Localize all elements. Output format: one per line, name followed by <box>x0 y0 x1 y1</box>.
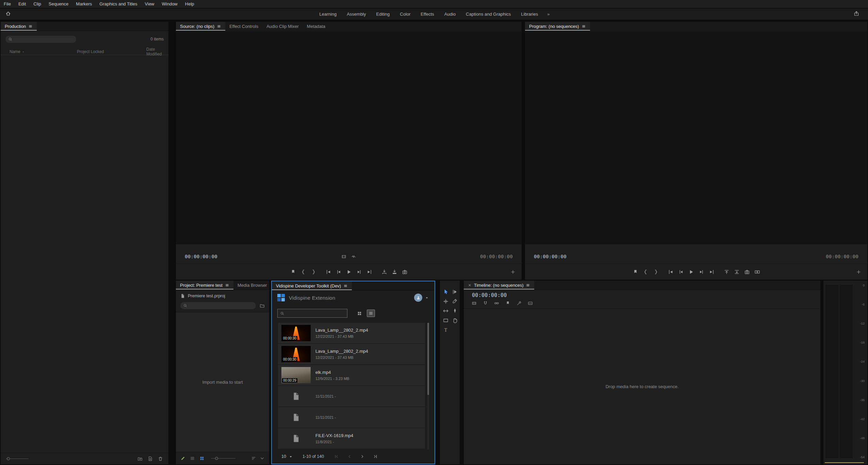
project-writable-icon[interactable] <box>180 456 185 461</box>
add-marker-icon[interactable] <box>505 301 510 306</box>
workspace-tab-color[interactable]: Color <box>395 9 415 20</box>
menu-markers[interactable]: Markers <box>72 0 96 8</box>
project-search[interactable] <box>180 302 256 309</box>
razor-tool[interactable] <box>452 298 458 304</box>
go-to-out-icon[interactable] <box>366 269 372 275</box>
menu-help[interactable]: Help <box>181 0 198 8</box>
list-item[interactable]: FILE-VX-1619.mp411/8/2021 - <box>278 428 425 449</box>
overwrite-icon[interactable] <box>392 269 397 275</box>
mark-out-icon[interactable] <box>653 269 659 275</box>
menu-view[interactable]: View <box>141 0 158 8</box>
program-current-timecode[interactable]: 00:00:00:00 <box>534 254 567 259</box>
production-search[interactable] <box>5 36 76 43</box>
new-item-button[interactable] <box>148 456 153 461</box>
next-page-button[interactable] <box>360 454 365 459</box>
linked-selection-icon[interactable] <box>494 301 499 306</box>
thumbnail-zoom-slider[interactable] <box>211 456 235 461</box>
tab-production[interactable]: Production <box>1 22 37 31</box>
icon-view-button[interactable] <box>199 456 204 461</box>
column-header-date-modified[interactable]: Date Modified <box>146 47 165 56</box>
go-to-in-icon[interactable] <box>326 269 331 275</box>
drag-video-icon[interactable] <box>341 254 346 259</box>
workspace-tab-audio[interactable]: Audio <box>440 9 460 20</box>
scrollbar[interactable] <box>427 323 429 449</box>
list-item[interactable]: 11/11/2021 - <box>278 386 425 406</box>
pen-tool[interactable] <box>452 308 458 314</box>
menu-edit[interactable]: Edit <box>15 0 30 8</box>
nest-icon[interactable] <box>472 301 477 306</box>
panel-menu-icon[interactable] <box>225 283 229 287</box>
go-to-in-icon[interactable] <box>668 269 674 275</box>
vidispine-search-input[interactable] <box>287 311 345 316</box>
new-bin-button[interactable] <box>137 456 143 461</box>
panel-menu-icon[interactable] <box>217 24 221 29</box>
workspace-tab-libraries[interactable]: Libraries <box>517 9 542 20</box>
workspace-tab-effects[interactable]: Effects <box>416 9 439 20</box>
play-icon[interactable] <box>346 269 352 275</box>
tab-program[interactable]: Program: (no sequences) <box>525 22 590 31</box>
quick-export-button[interactable] <box>854 11 859 16</box>
zoom-slider[interactable] <box>6 456 29 461</box>
step-forward-icon[interactable] <box>699 269 704 275</box>
panel-menu-icon[interactable] <box>343 284 348 288</box>
timeline-timecode[interactable]: 00:00:00:00 <box>472 292 507 298</box>
last-page-button[interactable] <box>373 454 378 459</box>
mark-in-icon[interactable] <box>643 269 649 275</box>
rectangle-tool[interactable] <box>443 317 449 323</box>
panel-menu-icon[interactable] <box>582 24 586 29</box>
sort-icons-button[interactable] <box>251 456 256 461</box>
list-item[interactable]: 11/11/2021 - <box>278 407 425 428</box>
tab-timeline[interactable]: Timeline: (no sequences) <box>464 281 534 289</box>
track-select-tool[interactable] <box>452 289 458 295</box>
source-current-timecode[interactable]: 00:00:00:00 <box>185 254 217 259</box>
add-marker-icon[interactable] <box>633 269 638 275</box>
add-marker-icon[interactable] <box>290 269 296 275</box>
menu-clip[interactable]: Clip <box>30 0 45 8</box>
export-frame-icon[interactable] <box>744 269 750 275</box>
tab-metadata[interactable]: Metadata <box>303 22 329 31</box>
mark-in-icon[interactable] <box>300 269 306 275</box>
comparison-view-icon[interactable] <box>754 269 760 275</box>
close-panel-icon[interactable] <box>468 283 472 287</box>
step-forward-icon[interactable] <box>356 269 362 275</box>
step-back-icon[interactable] <box>336 269 342 275</box>
export-frame-icon[interactable] <box>402 269 408 275</box>
button-editor-button[interactable] <box>510 269 515 275</box>
list-item[interactable]: 00:00:30Lava_Lamp__2802_2.mp412/22/2021 … <box>278 323 425 343</box>
avatar[interactable] <box>414 294 422 302</box>
first-page-button[interactable] <box>334 454 339 459</box>
menu-graphics-and-titles[interactable]: Graphics and Titles <box>96 0 141 8</box>
ripple-edit-tool[interactable] <box>443 298 449 304</box>
tab-audio-clip-mixer[interactable]: Audio Clip Mixer <box>262 22 303 31</box>
button-editor-button[interactable] <box>856 269 861 275</box>
play-icon[interactable] <box>688 269 694 275</box>
home-button[interactable] <box>5 11 11 16</box>
type-tool[interactable]: T <box>443 327 449 333</box>
list-view-button[interactable] <box>367 310 375 317</box>
folder-icon[interactable] <box>260 303 265 308</box>
drag-audio-icon[interactable] <box>351 254 356 259</box>
tab-media-browser[interactable]: Media Browser <box>233 281 271 289</box>
column-header-name[interactable]: Name <box>10 49 77 54</box>
snap-icon[interactable] <box>483 301 488 306</box>
chevron-down-icon[interactable] <box>260 456 265 461</box>
workspace-tab-editing[interactable]: Editing <box>372 9 394 20</box>
list-item[interactable]: 00:00:29elk.mp412/9/2021 - 3.23 MB <box>278 365 425 385</box>
menu-window[interactable]: Window <box>158 0 181 8</box>
menu-sequence[interactable]: Sequence <box>45 0 72 8</box>
go-to-out-icon[interactable] <box>709 269 715 275</box>
timeline-empty-area[interactable]: Drop media here to create sequence. <box>464 309 820 464</box>
selection-tool[interactable] <box>443 289 449 295</box>
vidispine-search[interactable] <box>277 309 347 318</box>
panel-menu-icon[interactable] <box>526 283 530 287</box>
tab-vidispine-toolkit[interactable]: Vidispine Developer Toolkit (Dev) <box>272 281 352 290</box>
panel-menu-icon[interactable] <box>28 24 33 29</box>
menu-file[interactable]: File <box>0 0 15 8</box>
captions-icon[interactable] <box>528 301 533 306</box>
project-search-input[interactable] <box>190 303 253 308</box>
tab-effect-controls[interactable]: Effect Controls <box>225 22 262 31</box>
extract-icon[interactable] <box>734 269 740 275</box>
workspace-overflow-button[interactable]: » <box>544 9 553 20</box>
avatar-menu-caret[interactable] <box>425 296 429 300</box>
project-file-row[interactable]: Premiere test.prproj <box>176 292 269 300</box>
